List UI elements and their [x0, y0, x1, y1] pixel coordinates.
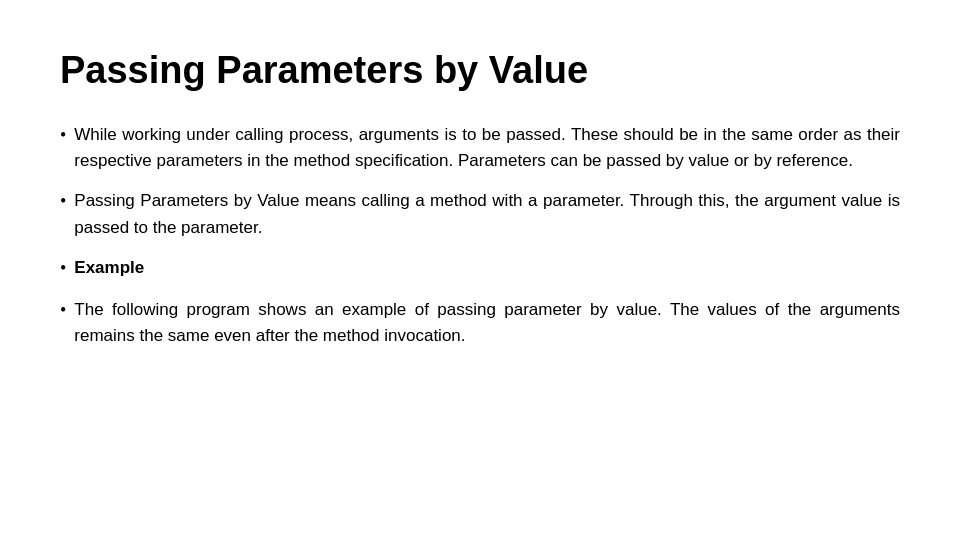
- bullet-dot: •: [60, 297, 66, 325]
- bullet-text-2: Passing Parameters by Value means callin…: [74, 188, 900, 241]
- slide-title: Passing Parameters by Value: [60, 48, 900, 94]
- list-item: • While working under calling process, a…: [60, 122, 900, 175]
- list-item: • Example: [60, 255, 900, 283]
- bullet-dot: •: [60, 188, 66, 216]
- bullet-text-4: The following program shows an example o…: [74, 297, 900, 350]
- list-item: • The following program shows an example…: [60, 297, 900, 350]
- bullet-dot: •: [60, 255, 66, 283]
- bullet-text-1: While working under calling process, arg…: [74, 122, 900, 175]
- bullet-dot: •: [60, 122, 66, 150]
- slide-container: Passing Parameters by Value • While work…: [0, 0, 960, 540]
- slide-content: • While working under calling process, a…: [60, 122, 900, 350]
- list-item: • Passing Parameters by Value means call…: [60, 188, 900, 241]
- bullet-text-3-bold: Example: [74, 255, 144, 281]
